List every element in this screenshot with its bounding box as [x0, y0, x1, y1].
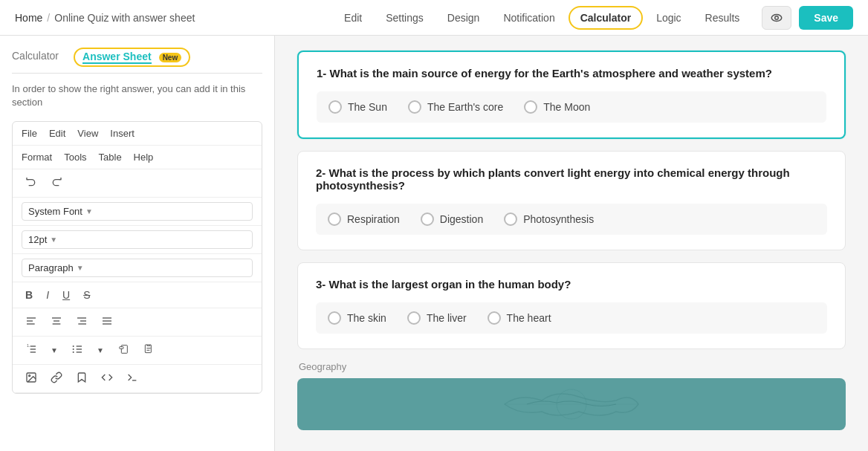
align-left-button[interactable]: [22, 313, 41, 331]
undo-icon: [25, 176, 37, 188]
menu-format[interactable]: Format: [22, 152, 52, 163]
tab-settings[interactable]: Settings: [375, 7, 434, 28]
tab-edit[interactable]: Edit: [334, 7, 372, 28]
tab-calculator[interactable]: Calculator: [569, 6, 643, 30]
question-3-options: The skin The liver The heart: [316, 302, 827, 334]
option-1-3[interactable]: The Moon: [524, 100, 590, 114]
radio-2-1[interactable]: [328, 212, 341, 226]
geography-card: [297, 378, 846, 430]
font-arrow: ▼: [85, 207, 93, 215]
breadcrumb-home[interactable]: Home: [15, 12, 42, 24]
editor-menubar-2: Format Tools Table Help: [13, 146, 262, 169]
menu-edit[interactable]: Edit: [49, 128, 65, 139]
menu-insert[interactable]: Insert: [110, 128, 135, 139]
save-button[interactable]: Save: [799, 6, 853, 30]
svg-point-23: [73, 351, 74, 353]
menu-table[interactable]: Table: [99, 152, 122, 163]
menu-tools[interactable]: Tools: [64, 152, 86, 163]
paste-button[interactable]: [114, 341, 133, 360]
font-select[interactable]: System Font ▼: [22, 202, 253, 221]
redo-button[interactable]: [47, 174, 66, 192]
font-row: System Font ▼: [13, 198, 262, 226]
image-icon: [25, 371, 37, 383]
option-label-2-3: Photosynthesis: [523, 213, 594, 225]
radio-1-3[interactable]: [524, 100, 537, 114]
bold-button[interactable]: B: [22, 287, 36, 303]
source-button[interactable]: [123, 369, 142, 388]
align-center-button[interactable]: [47, 313, 66, 331]
option-2-2[interactable]: Digestion: [421, 212, 483, 226]
question-2-text: 2- What is the process by which plants c…: [316, 166, 827, 192]
radio-3-2[interactable]: [407, 311, 421, 325]
option-3-2[interactable]: The liver: [407, 311, 467, 325]
align-justify-button[interactable]: [97, 313, 117, 331]
radio-3-3[interactable]: [488, 311, 501, 325]
svg-point-0: [772, 14, 783, 21]
option-1-2[interactable]: The Earth's core: [408, 100, 503, 114]
code-button[interactable]: [97, 369, 117, 388]
main-layout: Calculator Answer Sheet New In order to …: [0, 36, 868, 451]
strikethrough-button[interactable]: S: [80, 287, 94, 303]
radio-1-1[interactable]: [328, 100, 342, 114]
option-label-2-1: Respiration: [347, 213, 400, 225]
paragraph-arrow: ▼: [77, 264, 84, 272]
align-row: [13, 308, 262, 337]
italic-button[interactable]: I: [42, 287, 53, 303]
tab-design[interactable]: Design: [437, 7, 490, 28]
paragraph-select[interactable]: Paragraph ▼: [22, 259, 253, 277]
option-1-1[interactable]: The Sun: [328, 100, 387, 114]
option-label-3-1: The skin: [347, 312, 386, 324]
svg-point-1: [775, 16, 779, 19]
image-button[interactable]: [22, 369, 41, 388]
unordered-list-button[interactable]: [68, 341, 87, 360]
option-label-3-2: The liver: [427, 312, 467, 324]
editor-menubar: File Edit View Insert: [13, 122, 262, 146]
option-2-3[interactable]: Photosynthesis: [504, 212, 594, 226]
align-justify-icon: [101, 315, 113, 327]
option-3-1[interactable]: The skin: [328, 311, 386, 325]
preview-button[interactable]: [762, 6, 791, 30]
eye-icon: [770, 11, 783, 25]
radio-2-3[interactable]: [504, 212, 517, 226]
underline-button[interactable]: U: [59, 287, 74, 303]
size-select[interactable]: 12pt ▼: [22, 230, 253, 249]
breadcrumb-current: Online Quiz with answer sheet: [54, 12, 195, 24]
ordered-list-button[interactable]: 1.: [22, 341, 41, 360]
align-right-button[interactable]: [72, 313, 91, 331]
tab-results[interactable]: Results: [695, 7, 751, 28]
svg-point-30: [29, 375, 30, 377]
link-button[interactable]: [47, 369, 66, 388]
answer-sheet-badge: New: [159, 53, 182, 62]
tab-notification[interactable]: Notification: [493, 7, 565, 28]
panel-tab-answer-sheet[interactable]: Answer Sheet: [82, 51, 152, 64]
size-arrow: ▼: [50, 236, 57, 244]
question-card-3: 3- What is the largest organ in the huma…: [297, 262, 846, 349]
menu-help[interactable]: Help: [134, 152, 154, 163]
radio-1-2[interactable]: [408, 100, 421, 114]
svg-rect-25: [119, 347, 123, 349]
left-panel: Calculator Answer Sheet New In order to …: [0, 36, 275, 451]
panel-tabs: Calculator Answer Sheet New: [12, 48, 262, 74]
ordered-list-arrow[interactable]: ▼: [47, 344, 62, 357]
paste-special-button[interactable]: [139, 341, 158, 360]
breadcrumb-separator: /: [47, 12, 50, 24]
option-2-1[interactable]: Respiration: [328, 212, 400, 226]
unordered-list-arrow[interactable]: ▼: [93, 344, 108, 357]
option-label-1-2: The Earth's core: [427, 101, 503, 113]
source-icon: [126, 371, 138, 383]
question-2-options: Respiration Digestion Photosynthesis: [316, 204, 827, 235]
menu-view[interactable]: View: [77, 128, 98, 139]
panel-tab-calculator[interactable]: Calculator: [12, 50, 59, 65]
ordered-list-icon: 1.: [25, 343, 37, 355]
tab-logic[interactable]: Logic: [646, 7, 691, 28]
option-3-3[interactable]: The heart: [488, 311, 551, 325]
redo-icon: [51, 176, 62, 188]
question-card-2: 2- What is the process by which plants c…: [297, 151, 846, 250]
option-label-3-3: The heart: [507, 312, 551, 324]
bookmark-button[interactable]: [72, 369, 91, 388]
radio-3-1[interactable]: [328, 311, 341, 325]
radio-2-2[interactable]: [421, 212, 434, 226]
menu-file[interactable]: File: [22, 128, 37, 139]
right-panel: 1- What is the main source of energy for…: [275, 36, 868, 451]
undo-button[interactable]: [22, 174, 41, 192]
